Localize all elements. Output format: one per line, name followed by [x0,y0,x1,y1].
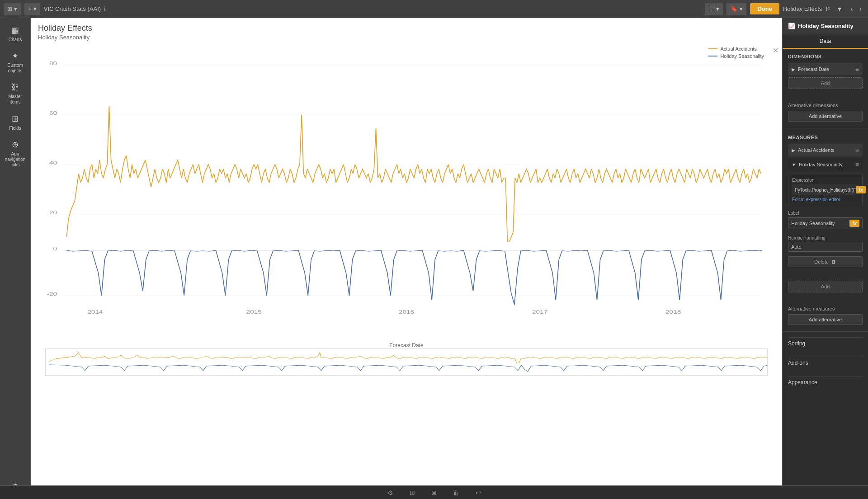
label-value: Holiday Seasonality [791,221,835,226]
app-title: VIC Crash Stats (AAI) ℹ [44,5,702,12]
measure-menu-icon-actual[interactable]: ≡ [855,146,859,154]
delete-measure-button[interactable]: Delete 🗑 [788,256,863,267]
sidebar-item-label-fields: Fields [9,126,21,131]
dropdown-arrow: ▾ [14,5,17,12]
status-settings-button[interactable]: ⚙ [384,488,397,497]
alt-measures-title: Alternative measures [788,306,863,311]
add-alternative-measure-button[interactable]: Add alternative [788,314,863,325]
home-button[interactable]: ⊞ ▾ [4,3,21,15]
measure-expand-arrow-actual: ▶ [792,148,795,153]
presentation-icon: ⛶ [708,5,714,12]
expression-label: Expression [792,178,859,183]
tab-data[interactable]: Data [783,34,868,49]
add-measure-button[interactable]: Add [788,281,863,292]
legend-label-actual: Actual Accidents [720,46,757,52]
sidebar-item-custom-objects[interactable]: ✦ Custom objects [2,47,29,77]
holiday-effects-header: Holiday Effects 🏳 ▾ [783,4,844,14]
chart-subtitle: Holiday Seasonality [31,34,782,42]
add-measure-section: Add [783,274,868,299]
svg-text:2014: 2014 [87,309,103,315]
bookmark-icon: 🔖 [730,5,738,12]
measure-menu-icon-holiday[interactable]: ≡ [855,161,859,168]
appearance-label[interactable]: Appearance [788,376,863,388]
legend-label-holiday: Holiday Seasonality [720,53,764,59]
status-grid-button[interactable]: ⊞ [406,488,419,497]
left-sidebar: ▦ Charts ✦ Custom objects ⛓ Master items… [0,18,31,499]
chart-area: Holiday Effects Holiday Seasonality ✕ Ac… [31,18,782,499]
dimension-menu-icon[interactable]: ≡ [855,66,859,73]
sorting-section[interactable]: Sorting [783,334,868,353]
flag-icon: 🏳 [826,5,831,12]
num-format-select[interactable]: Auto [788,242,863,252]
top-toolbar: ⊞ ▾ ≡ ▾ VIC Crash Stats (AAI) ℹ ⛶ ▾ 🔖 ▾ … [0,0,868,18]
presentation-button[interactable]: ⛶ ▾ [705,3,723,15]
addons-label[interactable]: Add-ons [788,357,863,369]
nav-back-button[interactable]: ‹ [848,4,855,14]
trash-icon: 🗑 [831,259,836,264]
label-input[interactable]: Holiday Seasonality fx [788,217,863,229]
label-section-label: Label [788,211,863,216]
nav-forward-button[interactable]: › [857,4,864,14]
measure-item-actual-accidents[interactable]: ▶ Actual Accidents ≡ [788,144,863,156]
legend-color-actual [708,48,717,49]
add-alternative-dimension-button[interactable]: Add alternative [788,111,863,122]
bookmark-button[interactable]: 🔖 ▾ [726,3,746,15]
alt-dimensions-section: Alternative dimensions Add alternative [783,95,868,126]
custom-objects-icon: ✦ [12,51,19,61]
edit-expression-link[interactable]: Edit in expression editor [792,197,859,202]
expression-value: PyTools.Prophet_Holidays(If(F fx [792,184,859,195]
list-icon: ≡ [28,5,32,12]
sidebar-item-fields[interactable]: ⊞ Fields [2,110,29,134]
svg-text:60: 60 [49,110,57,116]
status-copy-button[interactable]: ⊠ [428,488,440,497]
sidebar-item-master-items[interactable]: ⛓ Master items [2,79,29,108]
appearance-section[interactable]: Appearance [783,372,868,392]
svg-text:0: 0 [53,246,57,251]
dimension-item-forecast-date[interactable]: ▶ Forecast Date ≡ [788,63,863,75]
svg-text:2015: 2015 [246,309,262,315]
label-fx-button[interactable]: fx [849,220,859,227]
sidebar-item-app-navigation[interactable]: ⊕ App navigation links [2,136,29,171]
chart-close-button[interactable]: ✕ [773,46,778,55]
legend-item-holiday: Holiday Seasonality [708,53,764,59]
measure-item-holiday-seasonality[interactable]: ▼ Holiday Seasonality ≡ [788,158,863,171]
svg-text:2016: 2016 [399,309,414,315]
divider-1 [783,128,868,128]
svg-text:-20: -20 [47,291,57,297]
delete-label: Delete [814,259,829,264]
status-undo-button[interactable]: ↩ [472,488,485,497]
add-dimension-button[interactable]: Add [788,77,863,89]
expression-text: PyTools.Prophet_Holidays(If(F [795,188,856,193]
dropdown-arrow5[interactable]: ▾ [835,4,844,14]
right-panel-header: 📈 Holiday Seasonality [783,18,868,34]
svg-text:2018: 2018 [665,309,681,315]
sidebar-item-charts[interactable]: ▦ Charts [2,22,29,46]
nav-arrows: ‹ › [848,4,864,14]
svg-text:40: 40 [49,160,57,165]
status-bar: ⚙ ⊞ ⊠ 🗑 ↩ [0,485,868,499]
svg-text:80: 80 [49,61,57,66]
status-delete-button[interactable]: 🗑 [449,488,463,497]
app-nav-icon: ⊕ [12,140,19,150]
addons-section[interactable]: Add-ons [783,353,868,372]
sorting-label[interactable]: Sorting [788,337,863,349]
dimensions-section: Dimensions ▶ Forecast Date ≡ Add [783,49,868,95]
main-layout: ▦ Charts ✦ Custom objects ⛓ Master items… [0,18,868,499]
dropdown-arrow2: ▾ [33,5,37,12]
right-panel: 📈 Holiday Seasonality Data Dimensions ▶ … [782,18,868,499]
list-button[interactable]: ≡ ▾ [24,3,40,15]
measure-label-holiday: Holiday Seasonality [799,162,853,167]
done-button[interactable]: Done [750,3,779,14]
alt-dimensions-title: Alternative dimensions [788,103,863,108]
mini-chart[interactable] [45,348,768,376]
mini-chart-svg [46,349,767,375]
home-icon: ⊞ [7,5,12,12]
sidebar-item-label-custom: Custom objects [4,63,27,74]
expression-fx-button[interactable]: fx [856,186,866,193]
number-formatting-section: Number formatting Auto [788,231,863,254]
divider-2 [783,331,868,332]
dimension-expand-arrow: ▶ [792,67,795,72]
info-icon: ℹ [104,5,106,12]
main-chart: 80 60 40 20 0 -20 2014 2015 2016 2017 20… [38,42,775,350]
right-panel-title: Holiday Seasonality [798,23,854,29]
